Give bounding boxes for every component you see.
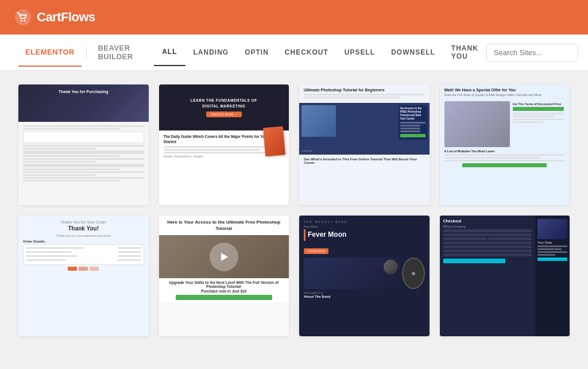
template-card[interactable]: Here is Your Access to the Ultimate Free…	[159, 216, 289, 336]
filter-upsell[interactable]: UPSELL	[336, 39, 383, 66]
filter-downsell[interactable]: DOWNSELL	[383, 39, 443, 66]
logo: CartFlows	[14, 8, 95, 26]
logo-text: CartFlows	[37, 10, 95, 25]
search-input[interactable]	[486, 44, 578, 62]
filter-tabs: ALL LANDING OPTIN CHECKOUT UPSELL DOWNSE…	[154, 35, 486, 70]
template-preview: Ultimate Photoshop Tutorial for Beginner…	[299, 84, 430, 205]
template-preview: Thank You for Your Order Thank You! Than…	[18, 216, 149, 336]
template-preview: Wait! We Have a Special Offer for You Gr…	[440, 84, 570, 205]
filter-thankyou[interactable]: THANK YOU	[443, 35, 486, 70]
logo-icon	[14, 8, 32, 26]
template-card[interactable]: LEARN THE FUNDAMENTALS OFDIGITAL MARKETI…	[159, 84, 289, 205]
nav-bar: ELEMENTOR BEAVER BUILDER ALL LANDING OPT…	[0, 34, 588, 71]
app-header: CartFlows	[0, 0, 588, 34]
template-card[interactable]: THE WEEKLY BASE Now Album Fever Moon LIS…	[299, 216, 430, 336]
template-preview: Thank You for Purchasing	[18, 84, 149, 205]
template-card[interactable]: Checkout Billing & Shipping	[440, 216, 570, 336]
svg-point-2	[24, 20, 26, 22]
template-card[interactable]: Thank You for Your Order Thank You! Than…	[18, 216, 149, 336]
filter-checkout[interactable]: CHECKOUT	[277, 39, 336, 66]
template-preview: LEARN THE FUNDAMENTALS OFDIGITAL MARKETI…	[159, 84, 289, 205]
template-preview: Here is Your Access to the Ultimate Free…	[159, 216, 289, 336]
tab-beaver-builder[interactable]: BEAVER BUILDER	[91, 34, 140, 70]
template-preview: Checkout Billing & Shipping	[440, 216, 570, 336]
builder-tabs: ELEMENTOR BEAVER BUILDER	[18, 34, 140, 70]
filter-landing[interactable]: LANDING	[185, 39, 237, 66]
templates-grid: Thank You for Purchasing	[18, 84, 570, 336]
svg-point-0	[15, 9, 31, 25]
tab-elementor[interactable]: ELEMENTOR	[18, 39, 82, 67]
template-preview: THE WEEKLY BASE Now Album Fever Moon LIS…	[299, 216, 430, 336]
filter-all[interactable]: ALL	[154, 39, 185, 66]
template-card[interactable]: Ultimate Photoshop Tutorial for Beginner…	[299, 84, 430, 205]
svg-point-1	[21, 20, 22, 22]
template-card[interactable]: Thank You for Purchasing	[18, 84, 149, 205]
filter-optin[interactable]: OPTIN	[237, 39, 277, 66]
main-content: Thank You for Purchasing	[0, 71, 588, 350]
template-card[interactable]: Wait! We Have a Special Offer for You Gr…	[440, 84, 570, 205]
nav-divider	[86, 47, 87, 58]
